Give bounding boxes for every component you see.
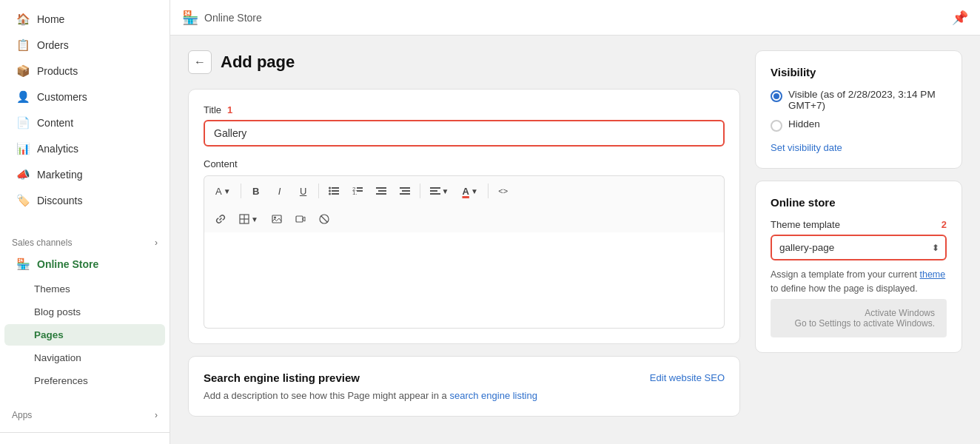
sidebar-item-marketing[interactable]: 📣 Marketing [4, 162, 165, 187]
ul-button[interactable] [323, 181, 344, 201]
code-button[interactable]: <> [493, 181, 514, 201]
visible-label: Visible (as of 2/28/2023, 3:14 PM GMT+7) [788, 89, 947, 111]
sidebar-sub-preferences[interactable]: Preferences [4, 370, 165, 391]
theme-template-label-row: Theme template 2 [771, 219, 947, 230]
indent-decrease-button[interactable] [371, 181, 392, 201]
svg-rect-3 [332, 190, 339, 192]
pages-label: Pages [34, 329, 64, 340]
theme-template-select[interactable]: gallery-page default contact faq [771, 235, 947, 260]
sidebar-item-settings[interactable]: ⚙️ Settings [4, 440, 165, 444]
editor-toolbar-row1: A ▼ B I U 1.2. [204, 175, 725, 206]
svg-rect-15 [400, 193, 410, 195]
sidebar-sub-navigation[interactable]: Navigation [4, 347, 165, 369]
text-color-button[interactable]: A ▼ [457, 181, 483, 201]
svg-rect-18 [430, 193, 440, 195]
ol-button[interactable]: 1.2. [347, 181, 368, 201]
page-header: ← Add page [188, 50, 740, 74]
svg-rect-7 [357, 187, 363, 189]
visibility-panel: Visibility Visible (as of 2/28/2023, 3:1… [755, 50, 962, 169]
activate-windows-sub: Go to Settings to activate Windows. [782, 318, 935, 329]
blog-posts-label: Blog posts [34, 306, 81, 317]
page-title: Add page [221, 53, 295, 72]
seo-card: Search engine listing preview Edit websi… [188, 356, 740, 417]
expand-icon[interactable]: › [155, 238, 158, 248]
seo-search-link[interactable]: search engine listing [449, 390, 537, 401]
sidebar-item-content[interactable]: 📄 Content [4, 110, 165, 135]
apps-section: Apps › [0, 401, 170, 423]
svg-rect-11 [378, 190, 386, 192]
visible-radio-row: Visible (as of 2/28/2023, 3:14 PM GMT+7) [771, 89, 947, 111]
theme-template-label: Theme template [771, 219, 840, 230]
title-label-text: Title [204, 104, 221, 115]
online-store-panel-title: Online store [771, 196, 947, 209]
image-button[interactable] [266, 209, 287, 229]
font-dropdown-arrow: ▼ [224, 187, 231, 195]
hidden-radio[interactable] [771, 120, 782, 132]
orders-icon: 📋 [16, 38, 30, 52]
svg-rect-9 [357, 190, 363, 192]
editor-content-area[interactable] [204, 232, 725, 329]
bold-button[interactable]: B [246, 181, 266, 201]
theme-template-num: 2 [942, 219, 947, 230]
right-column: Visibility Visible (as of 2/28/2023, 3:1… [755, 50, 962, 429]
sales-channels-label: Sales channels [12, 238, 72, 248]
align-button[interactable]: ▼ [425, 181, 454, 201]
sidebar-label-discounts: Discounts [37, 195, 82, 206]
sidebar-item-customers[interactable]: 👤 Customers [4, 84, 165, 110]
content-icon: 📄 [16, 116, 30, 130]
font-button[interactable]: A ▼ [210, 181, 236, 201]
svg-point-0 [329, 187, 331, 189]
sidebar-item-home[interactable]: 🏠 Home [4, 7, 165, 32]
activate-windows-title: Activate Windows [782, 308, 935, 318]
block-button[interactable] [314, 209, 335, 229]
sidebar-label-marketing: Marketing [37, 169, 82, 181]
svg-text:2.: 2. [352, 186, 358, 192]
visibility-title: Visibility [771, 66, 947, 78]
themes-label: Themes [34, 283, 70, 295]
toolbar-divider-1 [241, 184, 241, 198]
back-button[interactable]: ← [188, 50, 212, 74]
svg-point-23 [274, 217, 276, 219]
sidebar-label-customers: Customers [37, 91, 87, 103]
left-column: ← Add page Title 1 Content A ▼ [188, 50, 740, 429]
edit-seo-link[interactable]: Edit website SEO [650, 372, 725, 383]
hidden-label: Hidden [788, 118, 820, 130]
link-button[interactable] [210, 209, 231, 229]
indent-increase-button[interactable] [395, 181, 415, 201]
sidebar-item-analytics[interactable]: 📊 Analytics [4, 136, 165, 161]
sidebar-item-discounts[interactable]: 🏷️ Discounts [4, 188, 165, 213]
underline-button[interactable]: U [293, 181, 314, 201]
content-area: ← Add page Title 1 Content A ▼ [170, 36, 980, 444]
toolbar-divider-3 [420, 184, 420, 198]
sidebar-item-products[interactable]: 📦 Products [4, 58, 165, 84]
italic-button[interactable]: I [269, 181, 290, 201]
discounts-icon: 🏷️ [16, 194, 30, 207]
sidebar-item-online-store[interactable]: 🏪 Online Store [4, 252, 165, 277]
svg-line-26 [320, 216, 327, 223]
activate-windows-notice: Activate Windows Go to Settings to activ… [771, 299, 947, 337]
theme-template-select-wrapper: gallery-page default contact faq ⬍ [771, 235, 947, 260]
sidebar-item-orders[interactable]: 📋 Orders [4, 33, 165, 58]
seo-header: Search engine listing preview Edit websi… [204, 371, 725, 384]
sidebar-sub-themes[interactable]: Themes [4, 278, 165, 300]
svg-rect-1 [332, 187, 339, 189]
sidebar-sub-blog-posts[interactable]: Blog posts [4, 301, 165, 323]
hidden-radio-row: Hidden [771, 118, 947, 132]
pin-icon: 📌 [952, 10, 968, 26]
home-icon: 🏠 [16, 13, 30, 26]
svg-rect-14 [402, 190, 410, 192]
title-field-label: Title 1 [204, 104, 725, 115]
content-label: Content [204, 158, 725, 169]
svg-point-4 [329, 193, 331, 195]
sidebar-sub-pages[interactable]: Pages [4, 324, 165, 346]
set-visibility-date-link[interactable]: Set visibility date [771, 142, 842, 153]
visible-radio[interactable] [771, 90, 782, 102]
topbar-left: 🏪 Online Store [182, 10, 262, 26]
apps-expand-icon[interactable]: › [155, 410, 158, 420]
table-button[interactable]: ▼ [234, 209, 264, 229]
theme-link[interactable]: theme [919, 269, 945, 280]
sidebar-label-online-store: Online Store [37, 258, 98, 270]
video-button[interactable] [290, 209, 311, 229]
navigation-label: Navigation [34, 352, 81, 363]
title-input[interactable] [204, 120, 725, 147]
